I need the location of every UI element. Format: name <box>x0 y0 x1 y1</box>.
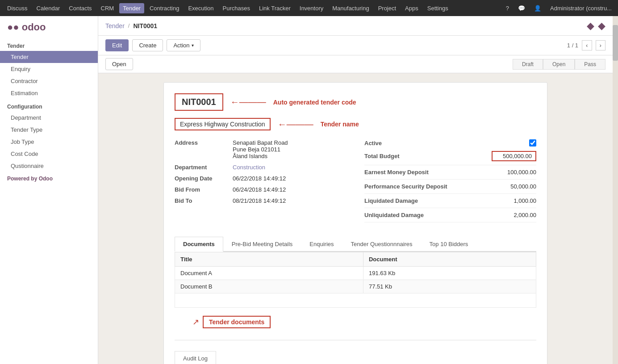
unliquidated-label: Unliquidated Damage <box>364 212 492 218</box>
address-line-3: Åland Islands <box>233 153 288 159</box>
brand-link[interactable]: Odoo <box>39 176 53 182</box>
tab-enquiries[interactable]: Enquiries <box>301 237 342 251</box>
nav-inventory[interactable]: Inventory <box>296 3 327 13</box>
nav-apps[interactable]: Apps <box>401 3 422 13</box>
main-layout: ●● odoo Tender Tender Enquiry Contractor… <box>0 16 618 364</box>
tab-audit-log[interactable]: Audit Log <box>175 351 216 364</box>
total-budget-value: 500,000.00 <box>492 151 536 161</box>
status-pass[interactable]: Pass <box>575 59 605 70</box>
nav-crm[interactable]: CRM <box>97 3 118 13</box>
sidebar-item-job-type[interactable]: Job Type <box>0 136 98 148</box>
sidebar: ●● odoo Tender Tender Enquiry Contractor… <box>0 16 98 364</box>
name-arrow: ←——— <box>278 119 313 130</box>
nav-calendar[interactable]: Calendar <box>33 3 64 13</box>
form-card: NIT0001 ←——— Auto generated tender code … <box>163 82 547 364</box>
form-scroll: NIT0001 ←——— Auto generated tender code … <box>98 73 613 364</box>
col-title: Title <box>175 252 363 267</box>
documents-tab-content: Title Document Document A 191.63 Kb <box>175 252 536 333</box>
address-field: Address Senapati Bapat Road Pune Beja 02… <box>175 139 347 159</box>
prev-button[interactable]: ‹ <box>582 40 592 50</box>
edit-button[interactable]: Edit <box>105 39 129 51</box>
help-icon[interactable]: ? <box>503 4 512 13</box>
nav-purchases[interactable]: Purchases <box>219 3 254 13</box>
annotation-arrow-icon: ↗ <box>192 317 199 327</box>
nav-contracting[interactable]: Contracting <box>146 3 183 13</box>
tender-section-label: Tender <box>0 38 98 51</box>
status-open[interactable]: Open <box>543 59 575 70</box>
sidebar-item-cost-code[interactable]: Cost Code <box>0 148 98 160</box>
code-arrow: ←——— <box>230 97 266 107</box>
action-arrow-icon: ▾ <box>192 43 194 48</box>
sidebar-item-estimation[interactable]: Estimation <box>0 87 98 99</box>
sidebar-item-department[interactable]: Department <box>0 112 98 124</box>
nav-discuss[interactable]: Discuss <box>4 3 31 13</box>
total-budget-row: Total Budget 500,000.00 <box>364 151 536 165</box>
liquidated-row: Liquidated Damage 1,000.00 <box>364 197 536 208</box>
tab-documents[interactable]: Documents <box>175 237 223 252</box>
doc-b-title: Document B <box>175 280 363 293</box>
nav-link-tracker[interactable]: Link Tracker <box>255 3 294 13</box>
sidebar-item-questionnaire[interactable]: Qustionnaire <box>0 160 98 172</box>
doc-b-size: 77.51 Kb <box>363 280 536 293</box>
tender-code: NIT0001 <box>175 93 223 111</box>
department-value[interactable]: Construction <box>233 164 265 171</box>
address-line-2: Pune Beja 021011 <box>233 146 288 153</box>
breadcrumb-parent[interactable]: Tender <box>105 22 125 29</box>
department-field: Department Construction <box>175 164 347 171</box>
bid-to-field: Bid To 08/21/2018 14:49:12 <box>175 197 347 204</box>
opening-date-value: 06/22/2018 14:49:12 <box>233 175 286 182</box>
tabs-section: Documents Pre-Bid Meeting Details Enquir… <box>175 237 536 333</box>
fields-left: Address Senapati Bapat Road Pune Beja 02… <box>175 139 347 226</box>
active-row: Active <box>364 139 536 146</box>
address-value: Senapati Bapat Road Pune Beja 021011 Åla… <box>233 139 288 159</box>
content-area: Tender / NIT0001 ◆ ◆ Edit Create Action … <box>98 16 613 364</box>
nav-settings[interactable]: Settings <box>424 3 452 13</box>
bid-to-label: Bid To <box>175 197 233 204</box>
open-button[interactable]: Open <box>105 58 133 70</box>
table-row[interactable]: Document A 191.63 Kb <box>175 267 536 280</box>
address-label: Address <box>175 139 233 159</box>
status-bar: Open Draft Open Pass <box>98 55 613 73</box>
nav-project[interactable]: Project <box>375 3 400 13</box>
doc-a-title: Document A <box>175 267 363 280</box>
active-checkbox[interactable] <box>529 139 536 146</box>
sidebar-item-tender[interactable]: Tender <box>0 51 98 63</box>
name-annotation: Tender name <box>321 121 359 128</box>
address-line-1: Senapati Bapat Road <box>233 139 288 146</box>
chat-icon[interactable]: 💬 <box>515 4 528 13</box>
drop-icon-left: ◆ <box>587 20 594 32</box>
table-footer <box>175 293 536 308</box>
tender-code-row: NIT0001 ←——— Auto generated tender code <box>175 93 536 111</box>
scrollbar-thumb[interactable] <box>613 25 618 61</box>
logo: ●● odoo <box>7 21 91 33</box>
user-menu[interactable]: Administrator (constru... <box>547 4 614 13</box>
nav-execution[interactable]: Execution <box>184 3 217 13</box>
total-budget-label: Total Budget <box>364 153 492 159</box>
col-document: Document <box>363 252 536 267</box>
create-button[interactable]: Create <box>132 39 163 51</box>
liquidated-label: Liquidated Damage <box>364 197 492 204</box>
tab-top-bidders[interactable]: Top 10 Bidders <box>421 237 477 251</box>
sidebar-item-tender-type[interactable]: Tender Type <box>0 124 98 136</box>
scrollbar[interactable] <box>613 16 618 364</box>
table-row[interactable]: Document B 77.51 Kb <box>175 280 536 293</box>
tab-questionnaires[interactable]: Tender Questionnnaires <box>342 237 421 251</box>
sidebar-item-enquiry[interactable]: Enquiry <box>0 63 98 75</box>
nav-contacts[interactable]: Contacts <box>65 3 95 13</box>
notification-icon[interactable]: 👤 <box>531 4 544 13</box>
tab-pre-bid[interactable]: Pre-Bid Meeting Details <box>223 237 301 251</box>
status-draft[interactable]: Draft <box>513 59 543 70</box>
earnest-money-value: 100,000.00 <box>492 169 536 176</box>
breadcrumb-current: NIT0001 <box>133 22 157 29</box>
earnest-money-label: Earnest Money Deposit <box>364 169 492 176</box>
nav-manufacturing[interactable]: Manufacturing <box>329 3 372 13</box>
bid-from-field: Bid From 06/24/2018 14:49:12 <box>175 186 347 193</box>
breadcrumb-bar: Tender / NIT0001 ◆ ◆ <box>98 16 613 36</box>
action-button[interactable]: Action ▾ <box>167 39 200 51</box>
sidebar-item-contractor[interactable]: Contractor <box>0 75 98 87</box>
next-button[interactable]: › <box>596 40 605 50</box>
bid-from-label: Bid From <box>175 186 233 193</box>
nav-tender[interactable]: Tender <box>119 3 144 13</box>
fields-grid: Address Senapati Bapat Road Pune Beja 02… <box>175 139 536 226</box>
breadcrumb-icons: ◆ ◆ <box>587 20 605 32</box>
